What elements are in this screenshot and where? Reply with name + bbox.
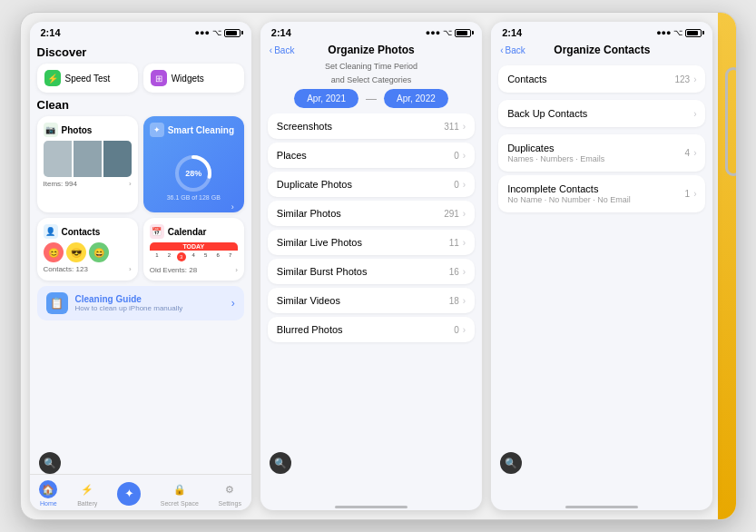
calendar-card[interactable]: 📅 Calendar TODAY 1 2 3 4 5 6 bbox=[143, 218, 244, 281]
places-arrow: › bbox=[463, 151, 466, 161]
contact-title-duplicates: Duplicates bbox=[507, 143, 684, 153]
guide-text: Cleaning Guide How to clean up iPhone ma… bbox=[75, 294, 224, 312]
speed-test-label: Speed Test bbox=[65, 74, 111, 84]
contacts-arrow: › bbox=[129, 265, 132, 273]
contact-right-incomplete: 1 › bbox=[685, 189, 697, 199]
contact-sub-incomplete: No Name · No Number · No Email bbox=[507, 195, 684, 204]
speed-test-icon: ⚡ bbox=[44, 70, 61, 86]
contacts-card-header: 👤 Contacts bbox=[44, 224, 132, 239]
wifi-icon-2: ⌥ bbox=[443, 28, 452, 37]
tab-home[interactable]: 🏠 Home bbox=[39, 480, 57, 507]
contact-item-incomplete[interactable]: Incomplete Contacts No Name · No Number … bbox=[498, 175, 705, 212]
signal-icon-2: ●●● bbox=[426, 28, 440, 37]
photo-2 bbox=[74, 141, 102, 177]
similar-videos-label: Similar Videos bbox=[277, 295, 340, 306]
similar-videos-right: 18 › bbox=[449, 296, 466, 306]
date-filter-label2: and Select Categories bbox=[268, 75, 475, 84]
list-item-similar-videos[interactable]: Similar Videos 18 › bbox=[268, 288, 475, 313]
contacts-footer: Contacts: 123 › bbox=[44, 265, 132, 273]
tab-battery[interactable]: ⚡ Battery bbox=[77, 480, 97, 507]
battery-icon-3 bbox=[685, 29, 702, 37]
nav-bar-3: ‹ Back Organize Contacts bbox=[491, 40, 712, 58]
similar-videos-arrow: › bbox=[463, 296, 466, 306]
list-item-similar-burst[interactable]: Similar Burst Photos 16 › bbox=[268, 259, 475, 284]
avatar-row: 😊 😎 😄 bbox=[44, 242, 132, 262]
blurred-count: 0 bbox=[454, 325, 459, 335]
photos-card[interactable]: 📷 Photos Items: 994 › bbox=[37, 116, 138, 212]
contact-item-backup[interactable]: Back Up Contacts › bbox=[498, 100, 705, 127]
home-bar-2 bbox=[335, 506, 407, 508]
similar-burst-label: Similar Burst Photos bbox=[277, 266, 368, 277]
speed-test-btn[interactable]: ⚡ Speed Test bbox=[37, 64, 138, 93]
list-item-screenshots[interactable]: Screenshots 311 › bbox=[268, 113, 475, 139]
similar-burst-arrow: › bbox=[463, 267, 466, 277]
back-button-2[interactable]: ‹ Back bbox=[270, 45, 295, 55]
cal-day: 7 bbox=[224, 252, 235, 261]
tab-bar-1: 🏠 Home ⚡ Battery ✦ 🔒 Secret Space ⚙ Sett… bbox=[30, 474, 251, 510]
calendar-card-title: Calendar bbox=[168, 227, 207, 237]
blurred-label: Blurred Photos bbox=[277, 324, 343, 335]
search-fab-2[interactable]: 🔍 bbox=[270, 452, 291, 474]
list-item-places[interactable]: Places 0 › bbox=[268, 143, 475, 168]
paper-clip bbox=[725, 67, 737, 176]
tab-secret[interactable]: 🔒 Secret Space bbox=[161, 480, 199, 507]
tab-battery-label: Battery bbox=[77, 500, 97, 507]
smart-cleaning-card[interactable]: ✦ Smart Cleaning 28% 36.1 GB bbox=[143, 116, 244, 212]
guide-banner[interactable]: 📋 Cleaning Guide How to clean up iPhone … bbox=[37, 286, 244, 320]
back-button-3[interactable]: ‹ Back bbox=[500, 45, 525, 55]
list-item-duplicate-photos[interactable]: Duplicate Photos 0 › bbox=[268, 172, 475, 197]
status-bar-2: 2:14 ●●● ⌥ bbox=[260, 22, 482, 40]
tab-clean[interactable]: ✦ bbox=[117, 482, 141, 506]
smart-arrow: › bbox=[231, 202, 234, 212]
widgets-btn[interactable]: ⊞ Widgets bbox=[143, 64, 244, 93]
back-chevron-3: ‹ bbox=[500, 45, 503, 55]
contact-info-backup: Back Up Contacts bbox=[507, 108, 693, 119]
discover-title: Discover bbox=[37, 45, 244, 59]
list-item-similar-photos[interactable]: Similar Photos 291 › bbox=[268, 201, 475, 226]
clean-grid: 📷 Photos Items: 994 › bbox=[37, 116, 244, 281]
cal-body: 1 2 3 4 5 6 7 bbox=[150, 251, 238, 263]
start-date-pill[interactable]: Apr, 2021 bbox=[294, 89, 358, 108]
battery-tab-icon: ⚡ bbox=[78, 480, 96, 498]
contact-item-contacts[interactable]: Contacts 123 › bbox=[498, 65, 705, 93]
contact-right-contacts: 123 › bbox=[674, 74, 696, 84]
similar-live-label: Similar Live Photos bbox=[277, 237, 362, 248]
contact-arrow-duplicates: › bbox=[693, 148, 696, 158]
smart-storage: 36.1 GB of 128 GB bbox=[167, 194, 221, 201]
tab-home-label: Home bbox=[40, 500, 57, 507]
similar-live-arrow: › bbox=[463, 238, 466, 248]
status-bar-1: 2:14 ●●● ⌥ bbox=[30, 22, 251, 40]
contacts-icon: 👤 bbox=[44, 224, 58, 239]
similar-burst-right: 16 › bbox=[449, 267, 466, 277]
smart-title: Smart Cleaning bbox=[168, 125, 234, 135]
duplicate-photos-right: 0 › bbox=[454, 180, 466, 190]
calendar-footer: Old Events: 28 › bbox=[150, 266, 238, 274]
wifi-icon-3: ⌥ bbox=[673, 28, 682, 37]
contact-arrow-backup: › bbox=[693, 109, 696, 119]
places-label: Places bbox=[277, 150, 307, 161]
device-wrapper: 2:14 ●●● ⌥ Discover ⚡ Speed Test ⊞ bbox=[20, 12, 737, 520]
contact-right-backup: › bbox=[693, 109, 696, 119]
cal-day: 5 bbox=[200, 252, 211, 261]
contact-arrow-incomplete: › bbox=[693, 189, 696, 199]
search-fab-1[interactable]: 🔍 bbox=[39, 452, 61, 474]
avatar-1: 😊 bbox=[44, 242, 64, 262]
status-icons-1: ●●● ⌥ bbox=[195, 28, 241, 37]
list-item-blurred[interactable]: Blurred Photos 0 › bbox=[268, 317, 475, 342]
duplicate-photos-count: 0 bbox=[454, 180, 459, 190]
guide-title: Cleaning Guide bbox=[75, 294, 224, 304]
search-fab-3[interactable]: 🔍 bbox=[500, 452, 522, 474]
screen3: 2:14 ●●● ⌥ ‹ Back Organize Contacts bbox=[491, 22, 712, 510]
list-item-similar-live[interactable]: Similar Live Photos 11 › bbox=[268, 230, 475, 255]
tab-secret-label: Secret Space bbox=[161, 500, 199, 507]
home-icon: 🏠 bbox=[39, 480, 57, 498]
tab-settings[interactable]: ⚙ Settings bbox=[219, 480, 241, 507]
contact-right-duplicates: 4 › bbox=[685, 148, 697, 158]
contact-count-duplicates: 4 bbox=[685, 148, 691, 158]
clean-title: Clean bbox=[37, 98, 244, 112]
contact-title-incomplete: Incomplete Contacts bbox=[507, 183, 684, 194]
end-date-pill[interactable]: Apr, 2022 bbox=[384, 89, 448, 108]
progress-ring: 28% bbox=[173, 153, 213, 193]
contact-item-duplicates[interactable]: Duplicates Names · Numbers · Emails 4 › bbox=[498, 134, 705, 172]
contacts-card[interactable]: 👤 Contacts 😊 😎 😄 Contacts: 123 › bbox=[37, 218, 138, 281]
